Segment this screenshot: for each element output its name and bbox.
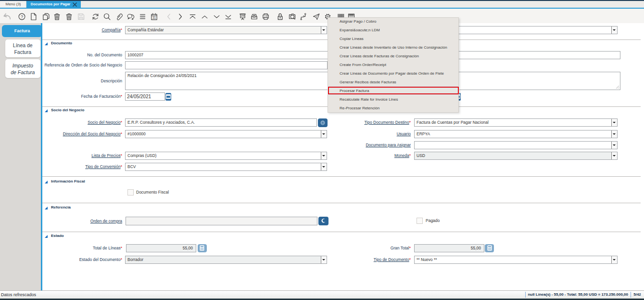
svg-text:31: 31 [152, 16, 156, 19]
svg-text:?: ? [20, 14, 23, 19]
